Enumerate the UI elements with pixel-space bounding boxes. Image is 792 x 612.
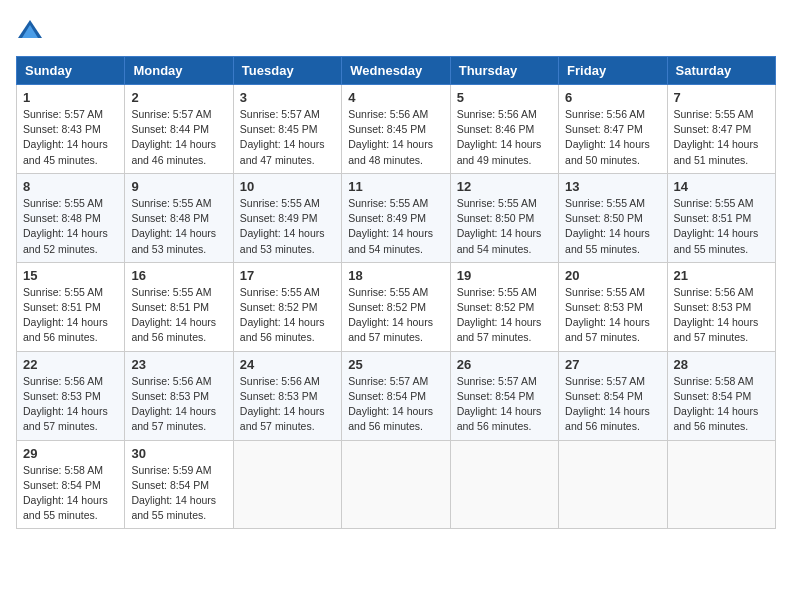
daylight-label: Daylight: 14 hours and 56 minutes. [565,405,650,432]
day-number: 3 [240,90,335,105]
daylight-label: Daylight: 14 hours and 56 minutes. [674,405,759,432]
day-number: 15 [23,268,118,283]
sunset-label: Sunset: 8:49 PM [240,212,318,224]
calendar-week-row: 29 Sunrise: 5:58 AM Sunset: 8:54 PM Dayl… [17,440,776,529]
sunrise-label: Sunrise: 5:55 AM [240,286,320,298]
day-info: Sunrise: 5:55 AM Sunset: 8:51 PM Dayligh… [131,285,226,346]
calendar-day-cell: 19 Sunrise: 5:55 AM Sunset: 8:52 PM Dayl… [450,262,558,351]
calendar-day-cell: 27 Sunrise: 5:57 AM Sunset: 8:54 PM Dayl… [559,351,667,440]
calendar-day-cell: 26 Sunrise: 5:57 AM Sunset: 8:54 PM Dayl… [450,351,558,440]
daylight-label: Daylight: 14 hours and 56 minutes. [23,316,108,343]
calendar-day-cell: 10 Sunrise: 5:55 AM Sunset: 8:49 PM Dayl… [233,173,341,262]
calendar-day-cell: 21 Sunrise: 5:56 AM Sunset: 8:53 PM Dayl… [667,262,775,351]
calendar-day-cell: 20 Sunrise: 5:55 AM Sunset: 8:53 PM Dayl… [559,262,667,351]
day-number: 1 [23,90,118,105]
sunrise-label: Sunrise: 5:55 AM [23,286,103,298]
daylight-label: Daylight: 14 hours and 56 minutes. [131,316,216,343]
day-number: 5 [457,90,552,105]
sunset-label: Sunset: 8:54 PM [457,390,535,402]
daylight-label: Daylight: 14 hours and 57 minutes. [565,316,650,343]
day-info: Sunrise: 5:55 AM Sunset: 8:48 PM Dayligh… [131,196,226,257]
sunrise-label: Sunrise: 5:56 AM [565,108,645,120]
daylight-label: Daylight: 14 hours and 55 minutes. [565,227,650,254]
sunrise-label: Sunrise: 5:55 AM [674,197,754,209]
calendar-week-row: 1 Sunrise: 5:57 AM Sunset: 8:43 PM Dayli… [17,85,776,174]
sunset-label: Sunset: 8:52 PM [240,301,318,313]
daylight-label: Daylight: 14 hours and 54 minutes. [457,227,542,254]
calendar-day-cell: 6 Sunrise: 5:56 AM Sunset: 8:47 PM Dayli… [559,85,667,174]
day-number: 22 [23,357,118,372]
calendar-day-cell: 3 Sunrise: 5:57 AM Sunset: 8:45 PM Dayli… [233,85,341,174]
sunrise-label: Sunrise: 5:57 AM [23,108,103,120]
sunrise-label: Sunrise: 5:56 AM [457,108,537,120]
day-info: Sunrise: 5:55 AM Sunset: 8:53 PM Dayligh… [565,285,660,346]
weekday-header: Wednesday [342,57,450,85]
day-info: Sunrise: 5:56 AM Sunset: 8:53 PM Dayligh… [674,285,769,346]
calendar-day-cell [559,440,667,529]
sunrise-label: Sunrise: 5:55 AM [131,197,211,209]
sunset-label: Sunset: 8:48 PM [23,212,101,224]
sunset-label: Sunset: 8:48 PM [131,212,209,224]
day-info: Sunrise: 5:55 AM Sunset: 8:49 PM Dayligh… [240,196,335,257]
day-info: Sunrise: 5:55 AM Sunset: 8:50 PM Dayligh… [457,196,552,257]
sunset-label: Sunset: 8:50 PM [565,212,643,224]
sunrise-label: Sunrise: 5:56 AM [674,286,754,298]
logo [16,16,48,44]
day-number: 16 [131,268,226,283]
day-number: 28 [674,357,769,372]
daylight-label: Daylight: 14 hours and 55 minutes. [23,494,108,521]
day-info: Sunrise: 5:55 AM Sunset: 8:51 PM Dayligh… [23,285,118,346]
day-info: Sunrise: 5:59 AM Sunset: 8:54 PM Dayligh… [131,463,226,524]
calendar-day-cell: 28 Sunrise: 5:58 AM Sunset: 8:54 PM Dayl… [667,351,775,440]
day-number: 20 [565,268,660,283]
sunrise-label: Sunrise: 5:55 AM [565,286,645,298]
calendar-day-cell: 14 Sunrise: 5:55 AM Sunset: 8:51 PM Dayl… [667,173,775,262]
day-number: 30 [131,446,226,461]
calendar-day-cell: 13 Sunrise: 5:55 AM Sunset: 8:50 PM Dayl… [559,173,667,262]
daylight-label: Daylight: 14 hours and 50 minutes. [565,138,650,165]
day-number: 2 [131,90,226,105]
calendar-day-cell: 2 Sunrise: 5:57 AM Sunset: 8:44 PM Dayli… [125,85,233,174]
day-info: Sunrise: 5:56 AM Sunset: 8:45 PM Dayligh… [348,107,443,168]
sunset-label: Sunset: 8:49 PM [348,212,426,224]
daylight-label: Daylight: 14 hours and 48 minutes. [348,138,433,165]
sunset-label: Sunset: 8:52 PM [348,301,426,313]
sunrise-label: Sunrise: 5:55 AM [240,197,320,209]
daylight-label: Daylight: 14 hours and 57 minutes. [674,316,759,343]
sunset-label: Sunset: 8:47 PM [565,123,643,135]
day-info: Sunrise: 5:55 AM Sunset: 8:51 PM Dayligh… [674,196,769,257]
day-number: 29 [23,446,118,461]
day-info: Sunrise: 5:57 AM Sunset: 8:54 PM Dayligh… [348,374,443,435]
day-info: Sunrise: 5:58 AM Sunset: 8:54 PM Dayligh… [23,463,118,524]
logo-icon [16,16,44,44]
sunrise-label: Sunrise: 5:57 AM [240,108,320,120]
page-header [16,16,776,44]
sunset-label: Sunset: 8:45 PM [240,123,318,135]
daylight-label: Daylight: 14 hours and 57 minutes. [23,405,108,432]
daylight-label: Daylight: 14 hours and 47 minutes. [240,138,325,165]
calendar-day-cell: 1 Sunrise: 5:57 AM Sunset: 8:43 PM Dayli… [17,85,125,174]
sunset-label: Sunset: 8:53 PM [240,390,318,402]
calendar-day-cell: 22 Sunrise: 5:56 AM Sunset: 8:53 PM Dayl… [17,351,125,440]
day-info: Sunrise: 5:56 AM Sunset: 8:53 PM Dayligh… [240,374,335,435]
sunset-label: Sunset: 8:53 PM [565,301,643,313]
weekday-header: Tuesday [233,57,341,85]
sunrise-label: Sunrise: 5:57 AM [565,375,645,387]
sunrise-label: Sunrise: 5:55 AM [565,197,645,209]
sunrise-label: Sunrise: 5:55 AM [457,197,537,209]
daylight-label: Daylight: 14 hours and 56 minutes. [457,405,542,432]
day-number: 11 [348,179,443,194]
day-number: 10 [240,179,335,194]
calendar-day-cell: 30 Sunrise: 5:59 AM Sunset: 8:54 PM Dayl… [125,440,233,529]
sunset-label: Sunset: 8:52 PM [457,301,535,313]
sunset-label: Sunset: 8:45 PM [348,123,426,135]
sunset-label: Sunset: 8:54 PM [23,479,101,491]
sunrise-label: Sunrise: 5:56 AM [348,108,428,120]
day-info: Sunrise: 5:55 AM Sunset: 8:50 PM Dayligh… [565,196,660,257]
daylight-label: Daylight: 14 hours and 57 minutes. [457,316,542,343]
calendar-day-cell: 7 Sunrise: 5:55 AM Sunset: 8:47 PM Dayli… [667,85,775,174]
sunrise-label: Sunrise: 5:59 AM [131,464,211,476]
calendar-day-cell [233,440,341,529]
day-info: Sunrise: 5:55 AM Sunset: 8:47 PM Dayligh… [674,107,769,168]
day-info: Sunrise: 5:57 AM Sunset: 8:54 PM Dayligh… [457,374,552,435]
